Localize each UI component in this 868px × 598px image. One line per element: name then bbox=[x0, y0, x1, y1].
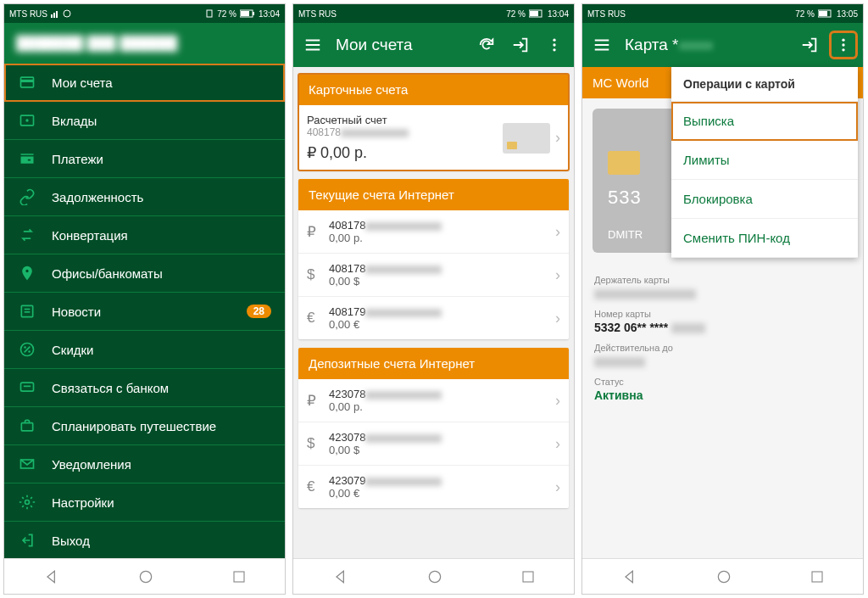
carrier-label: MTS RUS bbox=[587, 9, 626, 19]
statusbar: MTS RUS 72 % 13:04 bbox=[293, 4, 574, 23]
svg-point-21 bbox=[25, 500, 30, 505]
signal-icon bbox=[51, 9, 59, 18]
currency-icon: € bbox=[307, 310, 329, 327]
account-number: 408178 bbox=[307, 126, 341, 138]
menu-notifications[interactable]: Уведомления bbox=[4, 445, 285, 483]
svg-point-36 bbox=[718, 571, 729, 582]
svg-point-34 bbox=[842, 43, 844, 46]
chevron-right-icon: › bbox=[555, 392, 560, 410]
svg-rect-4 bbox=[207, 10, 212, 17]
more-icon[interactable] bbox=[832, 34, 854, 56]
account-row[interactable]: $ 4230780,00 $ › bbox=[298, 422, 569, 466]
card-holder-visual: DMITR bbox=[608, 228, 643, 241]
chip-icon bbox=[608, 151, 640, 175]
menu-contact[interactable]: Связаться с банком bbox=[4, 369, 285, 407]
percent-icon bbox=[18, 341, 36, 358]
menu-item-label: Платежи bbox=[52, 152, 271, 166]
android-navbar bbox=[293, 558, 574, 594]
card-operations-menu: Операции с картой Выписка Лимиты Блокиро… bbox=[671, 67, 858, 258]
menu-deposits[interactable]: Вклады bbox=[4, 102, 285, 140]
nav-back-icon[interactable] bbox=[621, 568, 638, 585]
card-icon bbox=[18, 74, 36, 91]
holder-value bbox=[594, 287, 851, 300]
more-icon[interactable] bbox=[543, 34, 565, 56]
chevron-right-icon: › bbox=[555, 478, 560, 496]
login-icon[interactable] bbox=[509, 34, 531, 56]
dropdown-limits[interactable]: Лимиты bbox=[671, 141, 858, 180]
menu-debt[interactable]: Задолженность bbox=[4, 178, 285, 216]
chevron-right-icon: › bbox=[555, 129, 560, 147]
battery-icon bbox=[818, 9, 833, 18]
nav-recent-icon[interactable] bbox=[810, 569, 825, 584]
account-row[interactable]: € 4230790,00 € › bbox=[298, 466, 569, 508]
account-row[interactable]: $ 4081780,00 $ › bbox=[298, 254, 569, 297]
login-icon[interactable] bbox=[798, 34, 821, 56]
dropdown-statement[interactable]: Выписка bbox=[671, 102, 858, 141]
svg-point-3 bbox=[64, 10, 70, 17]
svg-rect-32 bbox=[819, 11, 827, 16]
svg-rect-19 bbox=[21, 423, 32, 431]
refresh-icon[interactable] bbox=[476, 34, 498, 56]
svg-point-29 bbox=[429, 571, 440, 582]
nav-home-icon[interactable] bbox=[715, 568, 732, 585]
user-name: ███████ ███ ██████ bbox=[16, 36, 177, 51]
acc-num: 408179 bbox=[329, 305, 365, 318]
section-head: Карточные счета bbox=[298, 74, 569, 105]
card-thumbnail bbox=[503, 123, 550, 154]
wallet-icon bbox=[18, 150, 36, 167]
hamburger-icon[interactable] bbox=[302, 34, 324, 56]
menu-exit[interactable]: Выход bbox=[4, 522, 285, 558]
nav-recent-icon[interactable] bbox=[520, 569, 536, 584]
menu-discounts[interactable]: Скидки bbox=[4, 331, 285, 369]
android-navbar bbox=[4, 558, 285, 594]
menu-payments[interactable]: Платежи bbox=[4, 140, 285, 178]
nav-home-icon[interactable] bbox=[426, 568, 443, 585]
menu-convert[interactable]: Конвертация bbox=[4, 216, 285, 254]
account-row[interactable]: ₽ 4081780,00 р. › bbox=[298, 210, 569, 254]
svg-rect-25 bbox=[530, 11, 538, 16]
account-row[interactable]: € 4081790,00 € › bbox=[298, 297, 569, 339]
menu-item-label: Спланировать путешествие bbox=[52, 419, 271, 433]
svg-rect-30 bbox=[523, 572, 533, 582]
dropdown-block[interactable]: Блокировка bbox=[671, 180, 858, 219]
account-name: Расчетный счет bbox=[307, 114, 503, 126]
nav-back-icon[interactable] bbox=[43, 568, 60, 585]
main-menu: Мои счета Вклады Платежи Задолженность К… bbox=[4, 64, 285, 558]
holder-label: Держатель карты bbox=[594, 275, 851, 285]
menu-news[interactable]: Новости 28 bbox=[4, 293, 285, 331]
acc-num: 423078 bbox=[329, 388, 365, 400]
page-title: Карта * bbox=[625, 36, 787, 54]
chevron-right-icon: › bbox=[555, 223, 560, 241]
main-account-row[interactable]: Расчетный счет 408178 ₽ 0,00 р. › bbox=[298, 105, 569, 170]
nav-back-icon[interactable] bbox=[332, 568, 349, 585]
menu-settings[interactable]: Настройки bbox=[4, 483, 285, 522]
menu-accounts[interactable]: Мои счета bbox=[4, 64, 285, 102]
svg-rect-2 bbox=[56, 11, 58, 18]
mail-icon bbox=[18, 455, 36, 472]
chevron-right-icon: › bbox=[555, 266, 560, 284]
dropdown-changepin[interactable]: Сменить ПИН-код bbox=[671, 219, 858, 258]
menu-atms[interactable]: Офисы/банкоматы bbox=[4, 254, 285, 293]
acc-bal: 0,00 $ bbox=[329, 275, 555, 288]
chevron-right-icon: › bbox=[555, 435, 560, 453]
svg-rect-23 bbox=[234, 572, 244, 582]
dropdown-header: Операции с картой bbox=[671, 67, 858, 102]
account-row[interactable]: ₽ 4230780,00 р. › bbox=[298, 379, 569, 422]
nav-recent-icon[interactable] bbox=[231, 569, 247, 584]
currency-icon: € bbox=[307, 478, 329, 495]
status-label: Статус bbox=[594, 377, 851, 387]
appbar: Мои счета bbox=[293, 23, 574, 67]
menu-item-label: Задолженность bbox=[52, 190, 271, 204]
hamburger-icon[interactable] bbox=[591, 34, 613, 56]
screen-menu: MTS RUS 72 % 13:04 ███████ ███ ██████ Мо… bbox=[3, 3, 286, 595]
nav-home-icon[interactable] bbox=[137, 568, 154, 585]
menu-travel[interactable]: Спланировать путешествие bbox=[4, 407, 285, 445]
acc-num: 408178 bbox=[329, 219, 365, 232]
svg-point-16 bbox=[28, 350, 31, 353]
svg-point-27 bbox=[553, 43, 555, 46]
svg-point-35 bbox=[842, 48, 844, 51]
screen-accounts: MTS RUS 72 % 13:04 Мои счета Карточные с… bbox=[292, 3, 575, 595]
currency-icon: $ bbox=[307, 266, 329, 283]
menu-item-label: Настройки bbox=[52, 495, 271, 510]
chat-icon bbox=[18, 379, 36, 396]
